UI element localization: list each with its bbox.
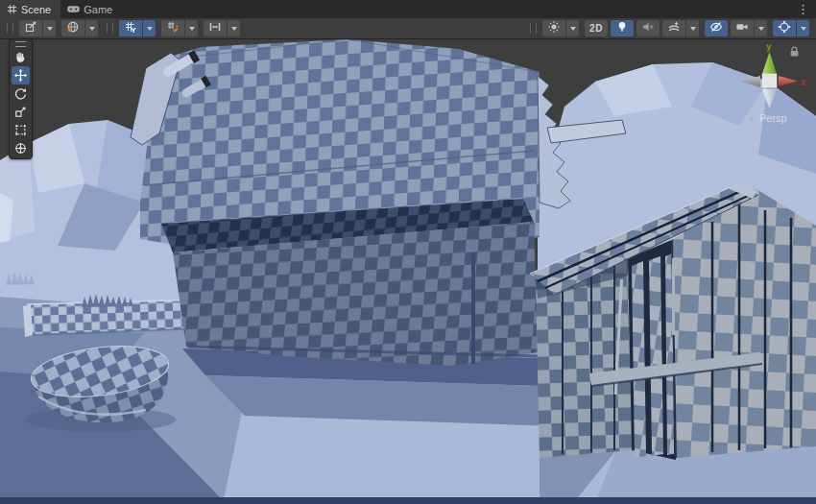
rect-icon <box>14 124 27 136</box>
window-menu-icon[interactable]: ⋮ <box>790 0 816 18</box>
gizmo-x-axis[interactable] <box>779 76 798 86</box>
camera-settings-group <box>731 20 767 36</box>
sun-icon <box>547 20 561 37</box>
projection-label[interactable]: Persp <box>759 112 787 124</box>
scene-viewport[interactable] <box>0 39 816 504</box>
grid-magnet-icon <box>166 20 180 37</box>
fx-icon <box>667 20 681 37</box>
bulb-icon <box>615 20 629 37</box>
snap-increment-group <box>204 20 240 36</box>
chevron-down-icon <box>89 27 95 31</box>
2d-toggle-button[interactable]: 2D <box>585 20 608 36</box>
tab-scene-label: Scene <box>21 4 51 15</box>
tab-scene[interactable]: Scene <box>0 0 60 18</box>
snap-increment-dropdown[interactable] <box>228 20 240 36</box>
camera-icon <box>735 20 749 37</box>
handle-position-button[interactable] <box>19 20 42 36</box>
move-tool-button[interactable] <box>12 66 30 84</box>
snap-icon <box>208 20 222 37</box>
chevron-down-icon <box>231 27 237 31</box>
grid-icon <box>7 4 17 14</box>
gizmo-down-axis[interactable] <box>762 89 777 108</box>
scene-canvas <box>0 39 816 504</box>
camera-settings-dropdown[interactable] <box>755 20 767 36</box>
rotate-icon <box>14 87 27 100</box>
pivot-icon <box>24 20 37 37</box>
speaker-muted-icon <box>641 20 655 37</box>
scale-icon <box>14 106 27 118</box>
shed-stick <box>672 258 675 335</box>
handle-position-dropdown[interactable] <box>43 20 56 36</box>
move-icon <box>14 69 27 82</box>
gizmos-dropdown[interactable] <box>797 20 809 36</box>
tab-game[interactable]: Game <box>60 0 122 18</box>
overlay-drag-handle[interactable] <box>530 23 537 34</box>
gizmo-center-cube[interactable] <box>762 74 777 87</box>
chevron-down-icon <box>189 27 195 31</box>
handle-rotation-button[interactable] <box>61 20 84 36</box>
camera-settings-button[interactable] <box>731 20 754 36</box>
grid-snapping-dropdown[interactable] <box>185 20 198 36</box>
tools-overlay-drag-handle[interactable] <box>10 39 32 48</box>
grid-y-icon: Y <box>124 20 137 37</box>
view-tool-button[interactable] <box>12 48 30 66</box>
gizmo-x-label[interactable]: x <box>801 77 806 87</box>
hand-icon <box>14 51 27 63</box>
chevron-down-icon <box>801 27 806 31</box>
orientation-gizmo[interactable]: y x ‹ Persp <box>734 41 811 137</box>
gizmo-lock-icon[interactable] <box>789 44 800 61</box>
shed-right-wall <box>672 189 816 458</box>
draw-mode-dropdown[interactable] <box>566 20 579 36</box>
overlay-drag-handle[interactable] <box>107 23 113 34</box>
chevron-down-icon <box>47 27 53 31</box>
chevron-down-icon <box>570 27 576 31</box>
chevron-down-icon <box>147 27 153 31</box>
gizmos-group <box>773 20 809 36</box>
rotate-tool-button[interactable] <box>12 84 30 103</box>
audio-toggle-button[interactable] <box>636 20 660 36</box>
draw-mode-group <box>542 20 579 36</box>
gizmo-y-label[interactable]: y <box>766 41 772 52</box>
svg-text:Y: Y <box>132 26 136 34</box>
tools-overlay <box>9 38 33 159</box>
effects-group <box>662 20 699 36</box>
unity-scene-view-window: Scene Game ⋮ <box>0 0 816 504</box>
snap-increment-button[interactable] <box>204 20 227 36</box>
gizmo-negative-axis[interactable] <box>741 76 760 87</box>
eye-slash-icon <box>709 20 723 37</box>
2d-label: 2D <box>588 23 605 34</box>
globe-icon <box>66 20 80 37</box>
handle-rotation-group <box>61 20 98 36</box>
scene-visibility-button[interactable] <box>705 20 728 36</box>
view-options-toolbar: 2D <box>527 20 812 36</box>
tab-game-label: Game <box>84 4 112 15</box>
grid-visibility-group: Y <box>119 20 156 36</box>
tab-bar: Scene Game ⋮ <box>0 0 816 18</box>
effects-dropdown[interactable] <box>686 20 699 36</box>
gamepad-icon <box>67 5 80 13</box>
lighting-toggle-button[interactable] <box>611 20 634 36</box>
overlay-drag-handle[interactable] <box>7 23 13 34</box>
scene-toolbar: Y <box>0 18 816 39</box>
draw-mode-button[interactable] <box>542 20 565 36</box>
tool-handle-position-group <box>19 20 56 36</box>
effects-button[interactable] <box>662 20 685 36</box>
grid-snapping-button[interactable] <box>161 20 184 36</box>
scale-tool-button[interactable] <box>12 103 30 121</box>
transform-tool-button[interactable] <box>12 139 30 157</box>
house-post <box>471 252 475 364</box>
gizmo-icon <box>778 20 791 37</box>
grid-visibility-button[interactable]: Y <box>119 20 142 36</box>
chevron-down-icon <box>758 27 764 31</box>
grid-snapping-group <box>161 20 198 36</box>
rect-tool-button[interactable] <box>12 121 30 139</box>
transform-icon <box>14 142 27 155</box>
chevron-down-icon <box>690 27 696 31</box>
handle-rotation-dropdown[interactable] <box>85 20 98 36</box>
gizmo-y-axis[interactable] <box>762 52 777 74</box>
grid-visibility-dropdown[interactable] <box>143 20 156 36</box>
gizmo-collapse-arrow[interactable]: ‹ <box>750 112 754 124</box>
gizmos-button[interactable] <box>773 20 796 36</box>
